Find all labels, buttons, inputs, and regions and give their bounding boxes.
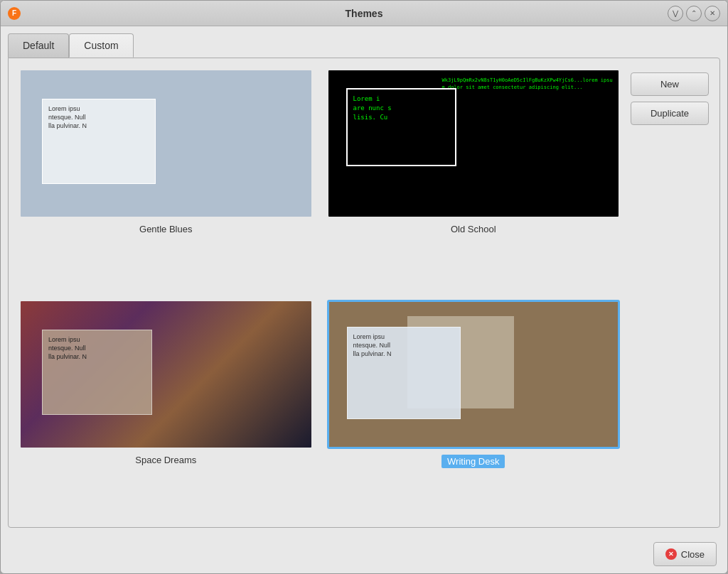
main-content: Default Custom Lorem ipsu ntesque. Null bbox=[1, 26, 727, 535]
space-dreams-bg: Lorem ipsu ntesque. Null lla pulvinar. N bbox=[21, 301, 311, 448]
os-text-line-3: lisis. Cu bbox=[353, 114, 449, 121]
close-label: Close bbox=[681, 549, 705, 560]
window-title: Themes bbox=[346, 8, 383, 19]
close-window-button[interactable]: ✕ bbox=[705, 6, 720, 21]
theme-item-old-school[interactable]: Wk3jL9pQmRx2vN8sT1yH0oAeD5cIlFgBuKzXPw4Y… bbox=[327, 69, 621, 286]
wd-text-line-1: Lorem ipsu bbox=[353, 333, 454, 340]
theme-preview-gentle-blues: Lorem ipsu ntesque. Null lla pulvinar. N bbox=[19, 69, 313, 218]
theme-preview-old-school: Wk3jL9pQmRx2vN8sT1yH0oAeD5cIlFgBuKzXPw4Y… bbox=[327, 69, 621, 218]
sd-text-line-1: Lorem ipsu bbox=[48, 336, 146, 343]
old-school-text-area: Lorem i are nunc s lisis. Cu bbox=[346, 88, 456, 166]
sd-text-line-2: ntesque. Null bbox=[48, 345, 146, 352]
gentle-blues-text-area: Lorem ipsu ntesque. Null lla pulvinar. N bbox=[42, 99, 156, 184]
theme-label-gentle-blues: Gentle Blues bbox=[139, 224, 192, 234]
wd-text-line-2: ntesque. Null bbox=[353, 342, 454, 349]
themes-grid: Lorem ipsu ntesque. Null lla pulvinar. N… bbox=[19, 69, 620, 516]
gentle-blues-bg: Lorem ipsu ntesque. Null lla pulvinar. N bbox=[21, 70, 311, 217]
app-icon: F bbox=[8, 7, 21, 20]
old-school-bg-text: Wk3jL9pQmRx2vN8sT1yH0oAeD5cIlFgBuKzXPw4Y… bbox=[442, 77, 616, 92]
text-line-3: lla pulvinar. N bbox=[48, 122, 149, 129]
maximize-button[interactable]: ⌃ bbox=[686, 6, 702, 21]
os-text-line-1: Lorem i bbox=[353, 95, 449, 102]
wd-text-line-3: lla pulvinar. N bbox=[353, 350, 454, 357]
theme-item-gentle-blues[interactable]: Lorem ipsu ntesque. Null lla pulvinar. N… bbox=[19, 69, 313, 286]
tab-bar: Default Custom bbox=[8, 33, 720, 58]
theme-preview-writing-desk: Lorem ipsu ntesque. Null lla pulvinar. N bbox=[327, 300, 621, 449]
duplicate-button[interactable]: Duplicate bbox=[631, 102, 709, 125]
new-button[interactable]: New bbox=[631, 72, 709, 96]
theme-item-writing-desk[interactable]: Lorem ipsu ntesque. Null lla pulvinar. N… bbox=[327, 300, 621, 516]
theme-label-old-school: Old School bbox=[451, 224, 496, 234]
space-dreams-text-area: Lorem ipsu ntesque. Null lla pulvinar. N bbox=[42, 330, 152, 415]
theme-label-space-dreams: Space Dreams bbox=[135, 455, 196, 465]
tab-default[interactable]: Default bbox=[8, 33, 69, 58]
titlebar-left: F bbox=[8, 7, 21, 20]
bottom-bar: ✕ Close bbox=[1, 535, 727, 573]
writing-desk-text-area: Lorem ipsu ntesque. Null lla pulvinar. N bbox=[347, 327, 461, 419]
text-line-1: Lorem ipsu bbox=[48, 105, 149, 112]
themes-panel: Lorem ipsu ntesque. Null lla pulvinar. N… bbox=[8, 58, 720, 528]
close-button[interactable]: ✕ Close bbox=[653, 542, 717, 566]
titlebar: F Themes ⋁ ⌃ ✕ bbox=[1, 1, 727, 26]
themes-window: F Themes ⋁ ⌃ ✕ Default Custom bbox=[0, 0, 728, 574]
theme-item-space-dreams[interactable]: Lorem ipsu ntesque. Null lla pulvinar. N… bbox=[19, 300, 313, 516]
theme-preview-space-dreams: Lorem ipsu ntesque. Null lla pulvinar. N bbox=[19, 300, 313, 449]
close-icon: ✕ bbox=[665, 548, 677, 560]
tab-custom[interactable]: Custom bbox=[69, 33, 133, 58]
writing-desk-bg: Lorem ipsu ntesque. Null lla pulvinar. N bbox=[329, 302, 619, 447]
side-buttons: New Duplicate bbox=[631, 69, 709, 516]
os-text-line-2: are nunc s bbox=[353, 104, 449, 112]
sd-text-line-3: lla pulvinar. N bbox=[48, 353, 146, 360]
text-line-2: ntesque. Null bbox=[48, 114, 149, 121]
theme-label-writing-desk: Writing Desk bbox=[441, 455, 505, 468]
minimize-button[interactable]: ⋁ bbox=[668, 6, 683, 21]
titlebar-controls: ⋁ ⌃ ✕ bbox=[668, 6, 720, 21]
old-school-bg: Wk3jL9pQmRx2vN8sT1yH0oAeD5cIlFgBuKzXPw4Y… bbox=[328, 70, 619, 217]
